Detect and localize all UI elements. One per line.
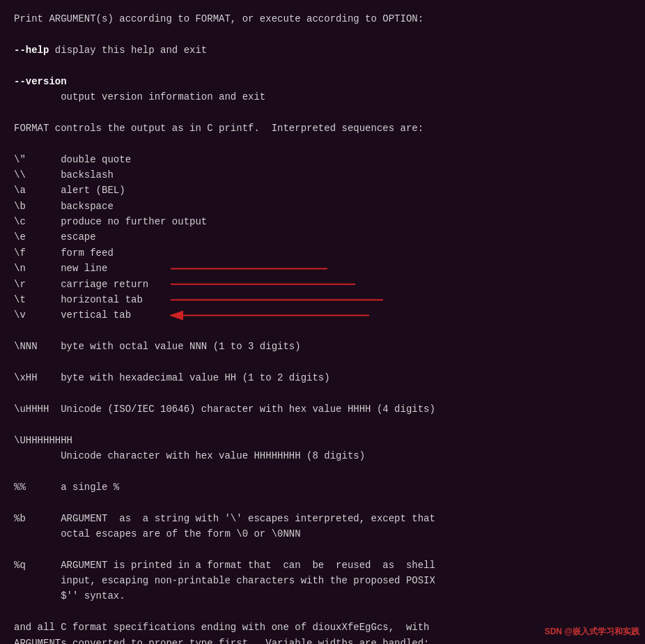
line-pb1: %b ARGUMENT as a string with '\' escapes… bbox=[14, 511, 631, 526]
line-version-label: --version bbox=[14, 74, 631, 89]
line-blank4 bbox=[14, 136, 631, 151]
line-pq1: %q ARGUMENT is printed in a format that … bbox=[14, 558, 631, 573]
help-desc: display this help and exit bbox=[49, 45, 207, 56]
line-alert: \a alert (BEL) bbox=[14, 183, 631, 198]
line-help: --help display this help and exit bbox=[14, 43, 631, 58]
line-uhhhhhhhh-desc: Unicode character with hex value HHHHHHH… bbox=[14, 448, 631, 463]
line-blank3 bbox=[14, 105, 631, 120]
line-and1: and all C format specifications ending w… bbox=[14, 620, 631, 635]
line-nnn: \NNN byte with octal value NNN (1 to 3 d… bbox=[14, 339, 631, 354]
line-blank10 bbox=[14, 495, 631, 510]
help-flag: --help bbox=[14, 45, 49, 56]
line-uhhhhhhhh: \UHHHHHHHH bbox=[14, 433, 631, 448]
version-flag: --version bbox=[14, 76, 67, 87]
terminal-content: Print ARGUMENT(s) according to FORMAT, o… bbox=[14, 11, 631, 644]
line-blank8 bbox=[14, 417, 631, 432]
line-quote: \" double quote bbox=[14, 152, 631, 167]
line-pb2: octal escapes are of the form \0 or \0NN… bbox=[14, 526, 631, 542]
line-nofurther: \c produce no further output bbox=[14, 214, 631, 229]
line-blank12 bbox=[14, 604, 631, 620]
line-pq3: $'' syntax. bbox=[14, 588, 631, 604]
line-uhhhh: \uHHHH Unicode (ISO/IEC 10646) character… bbox=[14, 401, 631, 417]
line-vtab: \v vertical tab bbox=[14, 307, 631, 323]
line-backslash: \\ backslash bbox=[14, 167, 631, 183]
line-backspace: \b backspace bbox=[14, 199, 631, 214]
watermark: SDN @嵌入式学习和实践 bbox=[545, 625, 639, 638]
line-version-desc: output version information and exit bbox=[14, 89, 631, 105]
line-blank7 bbox=[14, 385, 631, 401]
line-format: FORMAT controls the output as in C print… bbox=[14, 121, 631, 136]
line-escape: \e escape bbox=[14, 229, 631, 245]
line-and2: ARGUMENTs converted to proper type first… bbox=[14, 636, 631, 644]
line-xhh: \xHH byte with hexadecimal value HH (1 t… bbox=[14, 370, 631, 385]
line-percent: %% a single % bbox=[14, 480, 631, 495]
line-htab: \t horizontal tab bbox=[14, 292, 631, 307]
line-newline: \n new line bbox=[14, 261, 631, 276]
line-blank2 bbox=[14, 58, 631, 73]
line-carriage: \r carriage return bbox=[14, 277, 631, 292]
line-pq2: input, escaping non-printable characters… bbox=[14, 573, 631, 588]
line-blank1 bbox=[14, 26, 631, 42]
line-print: Print ARGUMENT(s) according to FORMAT, o… bbox=[14, 11, 631, 26]
line-blank11 bbox=[14, 542, 631, 557]
line-formfeed: \f form feed bbox=[14, 245, 631, 261]
line-blank9 bbox=[14, 463, 631, 479]
line-blank6 bbox=[14, 355, 631, 370]
line-blank5 bbox=[14, 323, 631, 339]
